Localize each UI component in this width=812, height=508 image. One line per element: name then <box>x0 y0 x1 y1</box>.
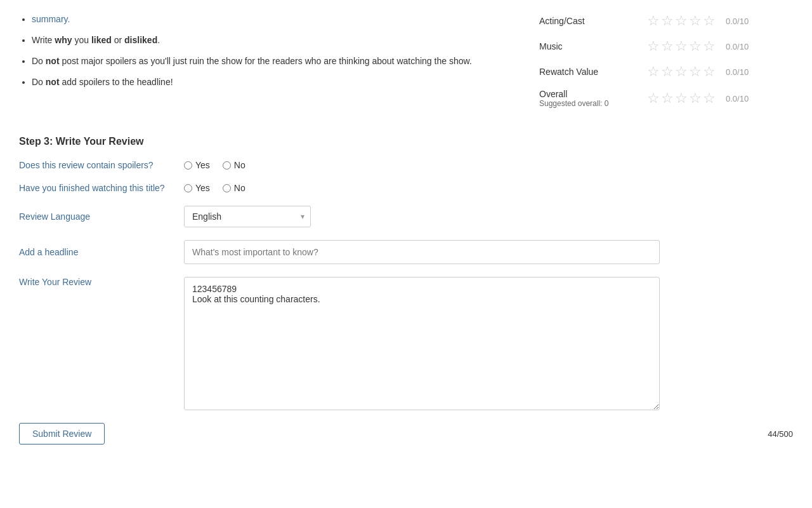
bottom-bar: Submit Review 44/500 <box>19 423 793 444</box>
star-5[interactable]: ☆ <box>703 64 716 80</box>
star-4[interactable]: ☆ <box>689 90 702 107</box>
summary-link[interactable]: summary. <box>32 14 70 24</box>
rating-value-overall: 0.0/10 <box>726 94 749 104</box>
finished-yes-label[interactable]: Yes <box>195 183 210 193</box>
rating-value-music: 0.0/10 <box>726 42 749 51</box>
spoilers-row: Does this review contain spoilers? Yes N… <box>19 160 793 170</box>
star-1[interactable]: ☆ <box>647 13 660 29</box>
headline-label: Add a headline <box>19 247 184 257</box>
language-label: Review Language <box>19 211 184 222</box>
right-column: Acting/Cast ☆ ☆ ☆ ☆ ☆ 0.0/10 Music ☆ ☆ ☆… <box>539 13 793 117</box>
finished-radio-group: Yes No <box>184 183 246 193</box>
star-2[interactable]: ☆ <box>661 38 674 55</box>
star-5[interactable]: ☆ <box>703 38 716 55</box>
review-textarea[interactable]: 123456789 Look at this counting characte… <box>184 277 660 410</box>
finished-no-option[interactable]: No <box>223 183 246 193</box>
rating-row-overall: Overall Suggested overall: 0 ☆ ☆ ☆ ☆ ☆ 0… <box>539 89 793 108</box>
step3-section: Step 3: Write Your Review Does this revi… <box>19 136 793 444</box>
left-column: summary. Write why you liked or disliked… <box>19 13 514 117</box>
rating-label-acting: Acting/Cast <box>539 16 641 26</box>
spoilers-radio-group: Yes No <box>184 160 246 170</box>
overall-sublabel: Suggested overall: 0 <box>539 99 641 108</box>
spoilers-no-option[interactable]: No <box>223 160 246 170</box>
star-1[interactable]: ☆ <box>647 64 660 80</box>
headline-row: Add a headline <box>19 240 793 264</box>
star-3[interactable]: ☆ <box>675 13 688 29</box>
submit-review-button[interactable]: Submit Review <box>19 423 105 444</box>
review-label: Write Your Review <box>19 277 184 287</box>
spoilers-yes-option[interactable]: Yes <box>184 160 210 170</box>
spoilers-no-radio[interactable] <box>223 161 231 170</box>
guidelines-list: summary. Write why you liked or disliked… <box>19 13 514 89</box>
star-5[interactable]: ☆ <box>703 90 716 107</box>
star-3[interactable]: ☆ <box>675 90 688 107</box>
top-section: summary. Write why you liked or disliked… <box>19 13 793 117</box>
language-row: Review Language English Spanish French G… <box>19 206 793 227</box>
finished-no-radio[interactable] <box>223 184 231 192</box>
step3-title: Step 3: Write Your Review <box>19 136 793 147</box>
stars-rewatch[interactable]: ☆ ☆ ☆ ☆ ☆ <box>647 64 716 80</box>
star-4[interactable]: ☆ <box>689 13 702 29</box>
guideline-item-1: summary. <box>32 13 514 26</box>
star-1[interactable]: ☆ <box>647 38 660 55</box>
rating-label-overall: Overall Suggested overall: 0 <box>539 89 641 108</box>
spoilers-yes-radio[interactable] <box>184 161 192 170</box>
star-2[interactable]: ☆ <box>661 64 674 80</box>
star-1[interactable]: ☆ <box>647 90 660 107</box>
rating-row-rewatch: Rewatch Value ☆ ☆ ☆ ☆ ☆ 0.0/10 <box>539 64 793 80</box>
rating-value-rewatch: 0.0/10 <box>726 67 749 77</box>
stars-music[interactable]: ☆ ☆ ☆ ☆ ☆ <box>647 38 716 55</box>
stars-overall[interactable]: ☆ ☆ ☆ ☆ ☆ <box>647 90 716 107</box>
finished-row: Have you finished watching this title? Y… <box>19 183 793 193</box>
star-4[interactable]: ☆ <box>689 38 702 55</box>
star-3[interactable]: ☆ <box>675 64 688 80</box>
finished-no-label[interactable]: No <box>234 183 246 193</box>
rating-row-acting: Acting/Cast ☆ ☆ ☆ ☆ ☆ 0.0/10 <box>539 13 793 29</box>
char-count: 44/500 <box>768 429 793 439</box>
spoilers-no-label[interactable]: No <box>234 160 246 170</box>
main-container: summary. Write why you liked or disliked… <box>0 0 812 508</box>
spoilers-label: Does this review contain spoilers? <box>19 160 184 170</box>
rating-row-music: Music ☆ ☆ ☆ ☆ ☆ 0.0/10 <box>539 38 793 55</box>
spoilers-yes-label[interactable]: Yes <box>195 160 210 170</box>
finished-yes-radio[interactable] <box>184 184 192 192</box>
guideline-item-4: Do not add spoilers to the headline! <box>32 76 514 89</box>
rating-label-music: Music <box>539 41 641 51</box>
review-row: Write Your Review 123456789 Look at this… <box>19 277 793 410</box>
language-select-wrapper: English Spanish French German Japanese ▾ <box>184 206 311 227</box>
star-3[interactable]: ☆ <box>675 38 688 55</box>
rating-value-acting: 0.0/10 <box>726 17 749 26</box>
headline-input[interactable] <box>184 240 660 264</box>
star-2[interactable]: ☆ <box>661 90 674 107</box>
guideline-item-3: Do not post major spoilers as you'll jus… <box>32 55 514 68</box>
finished-yes-option[interactable]: Yes <box>184 183 210 193</box>
rating-label-rewatch: Rewatch Value <box>539 67 641 77</box>
finished-label: Have you finished watching this title? <box>19 183 184 193</box>
language-select[interactable]: English Spanish French German Japanese <box>184 206 311 227</box>
star-4[interactable]: ☆ <box>689 64 702 80</box>
stars-acting[interactable]: ☆ ☆ ☆ ☆ ☆ <box>647 13 716 29</box>
star-2[interactable]: ☆ <box>661 13 674 29</box>
star-5[interactable]: ☆ <box>703 13 716 29</box>
guideline-item-2: Write why you liked or disliked. <box>32 34 514 47</box>
